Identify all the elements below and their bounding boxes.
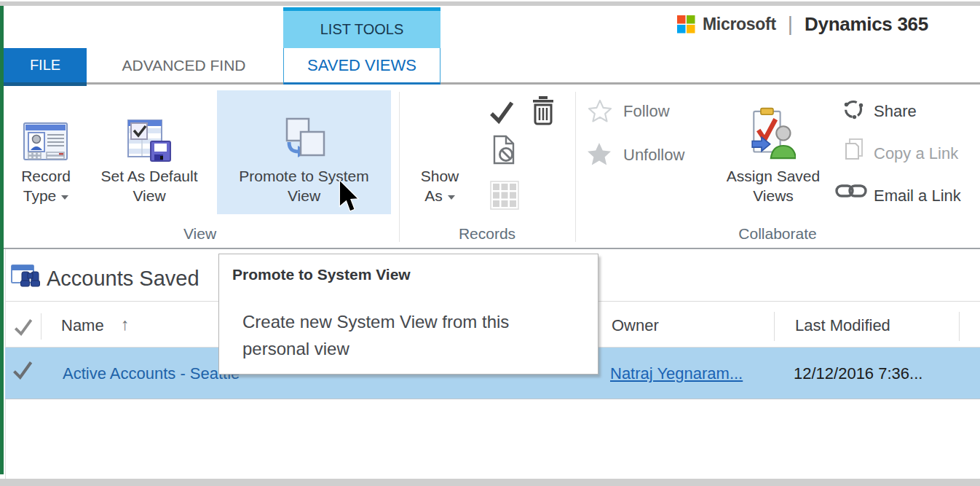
copy-a-link-button[interactable] xyxy=(842,137,866,166)
tabbar-underline xyxy=(4,82,980,85)
brand-area: Microsoft | Dynamics 365 xyxy=(677,10,928,38)
row-checkbox[interactable] xyxy=(12,360,33,380)
column-header-owner[interactable]: Owner xyxy=(612,316,659,335)
tooltip-title: Promote to System View xyxy=(232,266,411,283)
sort-ascending-icon: ↑ xyxy=(121,315,130,334)
tab-saved-views-label: SAVED VIEWS xyxy=(307,56,416,75)
file-tab-underline xyxy=(4,82,87,86)
checkmark-icon xyxy=(488,100,515,125)
checkmark-icon xyxy=(13,318,33,337)
assign-saved-views-icon xyxy=(751,106,796,163)
column-separator xyxy=(41,313,42,340)
column-header-last-modified[interactable]: Last Modified xyxy=(795,316,890,335)
row-last-modified: 12/12/2016 7:36... xyxy=(794,364,922,383)
window-top-edge xyxy=(0,1,980,6)
assign-saved-views-label: Assign Saved Views xyxy=(727,168,820,204)
list-tools-label: LIST TOOLS xyxy=(320,21,404,38)
follow-label[interactable]: Follow xyxy=(623,102,670,121)
star-outline-icon xyxy=(588,99,612,122)
row-name-link[interactable]: Active Accounts - Seattle xyxy=(63,364,240,383)
group-separator xyxy=(575,92,576,242)
product-name: Dynamics 365 xyxy=(805,13,928,36)
select-all-checkbox[interactable] xyxy=(13,318,33,337)
divider xyxy=(5,399,980,399)
saved-views-list-icon xyxy=(10,262,44,293)
checkmark-icon xyxy=(12,360,33,380)
set-as-default-view-label: Set As Default View xyxy=(100,168,197,204)
delete-button[interactable] xyxy=(529,95,557,125)
dropdown-caret-icon xyxy=(61,195,68,200)
follow-button[interactable] xyxy=(588,99,612,122)
tab-advanced-find-label: ADVANCED FIND xyxy=(122,57,246,74)
group-label-records: Records xyxy=(399,224,575,243)
window-bottom-edge xyxy=(0,479,980,486)
trash-icon xyxy=(529,95,557,125)
mouse-cursor-icon xyxy=(338,180,365,216)
column-separator xyxy=(774,312,775,341)
set-as-default-view-icon xyxy=(126,118,173,163)
unfollow-label[interactable]: Unfollow xyxy=(623,146,684,165)
deactivate-button[interactable] xyxy=(492,135,517,165)
grid-icon xyxy=(490,181,519,210)
promote-to-system-view-icon xyxy=(281,117,328,163)
copy-a-link-label[interactable]: Copy a Link xyxy=(874,144,958,163)
ribbon-bottom-border xyxy=(4,248,980,249)
email-a-link-label[interactable]: Email a Link xyxy=(874,187,961,205)
tooltip-body: Create new System View from this persona… xyxy=(242,308,557,362)
group-separator xyxy=(399,92,400,242)
microsoft-wordmark: Microsoft xyxy=(703,15,776,34)
tooltip-promote-to-system-view: Promote to System View Create new System… xyxy=(218,254,598,375)
document-blocked-icon xyxy=(492,135,517,165)
assign-saved-views-button[interactable]: Assign Saved Views xyxy=(716,90,830,214)
tab-file[interactable]: FILE xyxy=(4,48,87,82)
record-type-icon xyxy=(23,121,69,163)
group-label-view: View xyxy=(9,224,391,243)
record-type-button[interactable]: Record Type xyxy=(9,90,83,214)
chart-pane-button[interactable] xyxy=(490,181,519,210)
unfollow-button[interactable] xyxy=(586,141,612,166)
dropdown-caret-icon xyxy=(448,195,455,200)
tab-file-label: FILE xyxy=(30,57,60,74)
set-as-default-view-button[interactable]: Set As Default View xyxy=(83,90,216,214)
share-icon xyxy=(840,97,866,123)
row-owner-link[interactable]: Natraj Yegnaram... xyxy=(610,364,743,383)
activate-button[interactable] xyxy=(488,100,515,125)
column-header-name[interactable]: Name xyxy=(61,316,104,335)
brand-divider: | xyxy=(788,12,793,36)
contextual-tab-group-list-tools: LIST TOOLS xyxy=(283,7,440,48)
share-label[interactable]: Share xyxy=(874,102,917,121)
microsoft-logo-icon xyxy=(677,15,695,34)
tab-advanced-find[interactable]: ADVANCED FIND xyxy=(95,48,273,82)
share-button[interactable] xyxy=(840,97,866,123)
tab-saved-views[interactable]: SAVED VIEWS xyxy=(283,48,440,85)
copy-link-icon xyxy=(842,137,866,166)
app-window: FILE ADVANCED FIND LIST TOOLS SAVED VIEW… xyxy=(0,0,980,486)
column-separator xyxy=(959,312,960,341)
show-as-button[interactable]: Show As xyxy=(405,90,475,214)
email-a-link-button[interactable] xyxy=(835,182,867,200)
star-filled-icon xyxy=(586,141,612,166)
group-label-collaborate: Collaborate xyxy=(575,224,980,243)
chain-link-icon xyxy=(835,182,867,200)
page-title: Accounts Saved xyxy=(47,267,199,291)
